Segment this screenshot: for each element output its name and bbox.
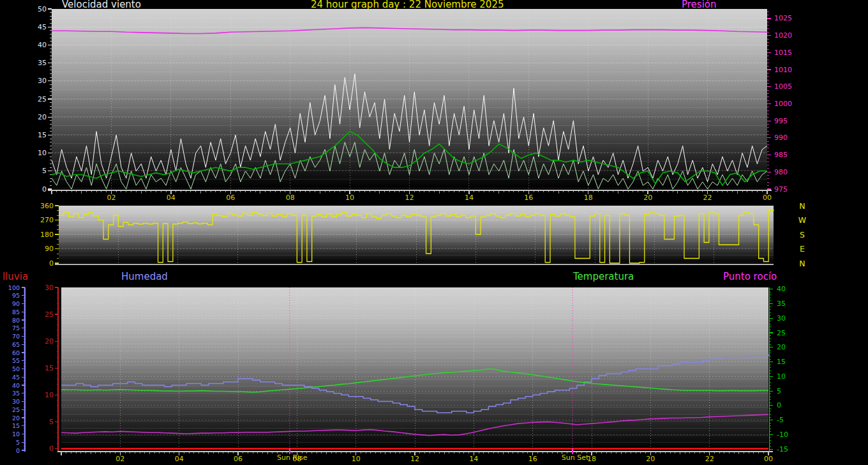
axis-label-pressure: 1010 [774,66,792,74]
axis-label-rain: 10 [45,391,54,399]
graph-title: 24 hour graph day : 22 Noviembre 2025 [311,0,504,10]
compass-label-S: S [800,230,805,240]
hour-label: 16 [524,194,533,202]
axis-label-pressure: 995 [774,117,788,125]
hour-label: 12 [405,194,414,202]
hour-label: 04 [167,194,176,202]
hour-label: 10 [352,455,361,463]
axis-label-humidity: 65 [12,341,20,348]
axis-label-pressure: 1015 [774,49,792,57]
axis-label-humidity: 70 [12,333,20,340]
axis-label-humidity: 90 [12,300,20,307]
hour-label: 10 [345,194,354,202]
axis-label-humidity: 30 [12,398,20,405]
axis-label-humidity: 85 [12,309,20,316]
axis-label-rain: 30 [45,284,54,292]
hour-label: 00 [763,194,772,202]
axis-label-humidity: 15 [12,422,20,429]
axis-label-pressure: 990 [774,133,788,142]
axis-label-humidity: 100 [8,284,20,291]
dew-point-title: Punto rocío [723,272,777,282]
sun-marker-label: Sun Rise [277,454,308,462]
axis-label-humidity: 5 [16,439,20,446]
axis-label-wind: 40 [38,41,47,49]
axis-label-rain: 25 [45,310,54,319]
axis-label-humidity: 25 [12,406,20,413]
axis-label-wind: 5 [42,167,47,175]
hour-label: 02 [116,455,124,463]
hour-label: 08 [286,194,295,202]
temperature-title: Temperatura [573,272,634,282]
axis-label-temp: -5 [777,416,784,424]
axis-label-humidity: 0 [16,447,20,454]
axis-label-temp: 35 [777,300,786,308]
axis-label-rain: 0 [49,445,54,453]
axis-label-humidity: 50 [12,365,20,372]
axis-label-humidity: 80 [12,317,20,324]
axis-label-pressure: 1020 [774,31,792,40]
axis-label-pressure: 1025 [774,14,792,22]
compass-label-W: W [798,215,806,225]
axis-label-wind: 0 [42,185,47,194]
hour-label: 02 [107,194,116,202]
sun-marker-label: Sun Set [562,454,589,462]
graph-overlay: 0510152025303540455097598098599099510001… [0,0,868,465]
humidity-title: Humedad [121,272,168,282]
axis-label-humidity: 95 [12,292,20,299]
hour-label: 04 [175,455,184,463]
axis-label-dir: 360 [40,202,54,210]
axis-label-dir: 180 [40,231,54,239]
series-humidity [61,354,768,413]
hour-label: 06 [226,194,235,202]
axis-label-pressure: 980 [774,168,788,176]
hour-label: 16 [528,455,537,463]
axis-label-dir: 270 [40,216,54,224]
compass-label-N: N [799,259,805,268]
axis-label-humidity: 35 [12,390,20,397]
series-pressure [52,27,767,33]
series-dew_point [61,415,768,436]
axis-label-humidity: 60 [12,349,20,356]
hour-label: 14 [469,455,478,463]
axis-label-temp: 0 [777,401,781,409]
axis-label-wind: 15 [38,131,47,139]
axis-label-dir: 90 [45,245,54,253]
axis-label-humidity: 10 [12,431,20,438]
axis-label-wind: 50 [38,5,47,13]
hour-label: 20 [646,455,655,463]
rain-title: lluvia [3,272,28,282]
hour-label: 22 [705,455,714,463]
axis-label-humidity: 55 [12,357,20,364]
hour-label: 20 [643,194,652,202]
axis-label-temp: 40 [777,285,786,293]
axis-label-wind: 45 [38,23,47,31]
axis-label-pressure: 1000 [774,100,792,108]
hour-label: 06 [234,455,243,463]
axis-label-dir: 0 [49,259,54,268]
axis-label-temp: 20 [777,343,786,351]
compass-label-E: E [800,244,805,254]
hour-label: 12 [410,455,419,463]
axis-label-temp: -15 [777,445,788,454]
compass-label-N: N [799,201,805,211]
axis-label-temp: 25 [777,329,786,337]
axis-label-wind: 20 [38,113,47,121]
pressure-title: Presión [682,0,717,10]
axis-label-wind: 10 [38,149,47,157]
axis-label-rain: 5 [49,418,54,426]
wind-speed-title: Velocidad viento [62,0,141,10]
axis-label-humidity: 20 [12,415,20,422]
axis-label-rain: 20 [45,337,54,346]
axis-label-humidity: 75 [12,324,20,332]
axis-label-humidity: 40 [12,382,20,389]
hour-label: 00 [764,455,773,463]
axis-label-pressure: 1005 [774,82,792,91]
axis-label-wind: 35 [38,59,47,67]
axis-label-pressure: 985 [774,151,788,159]
axis-label-humidity: 45 [12,374,20,381]
weather-display-24h-graph: 0510152025303540455097598098599099510001… [0,0,868,465]
axis-label-wind: 25 [38,95,47,103]
axis-label-temp: -10 [777,431,788,439]
axis-label-rain: 15 [45,364,54,372]
hour-label: 14 [465,194,474,202]
